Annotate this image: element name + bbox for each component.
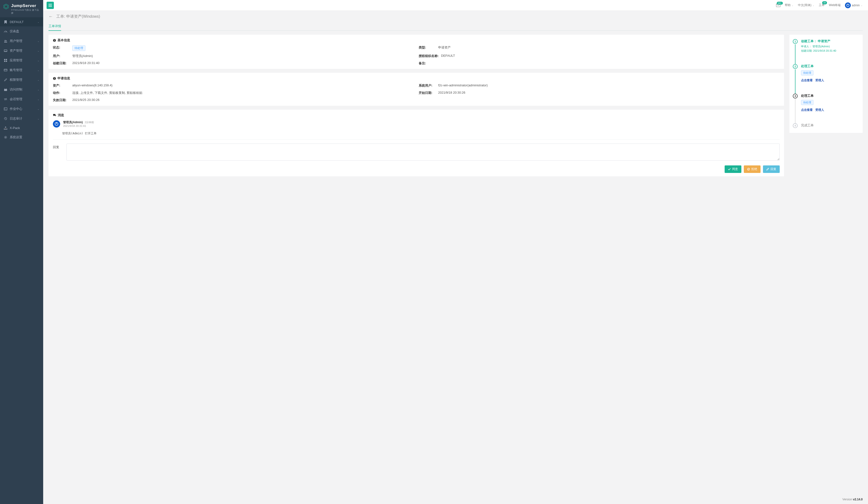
avatar xyxy=(845,2,851,8)
webterminal-link[interactable]: Web终端 xyxy=(829,3,840,7)
nav-users[interactable]: 用户管理 ⌄ xyxy=(0,36,43,46)
timeline-step-4: 4 完成工单 xyxy=(793,123,858,128)
nav-assets[interactable]: 资产管理 ⌄ xyxy=(0,46,43,55)
step-title: 完成工单 xyxy=(801,123,858,128)
svg-line-30 xyxy=(748,168,749,170)
nav-settings[interactable]: 系统设置 xyxy=(0,133,43,142)
nav: DEFAULT ⌄ 仪表盘 用户管理 ⌄ 资产管理 xyxy=(0,18,43,142)
svg-rect-6 xyxy=(4,59,5,60)
nav-settings-label: 系统设置 xyxy=(10,135,39,139)
nav-audits[interactable]: 日志审计 ⌄ xyxy=(0,114,43,124)
action-value: 连接, 上传文件, 下载文件, 剪贴板复制, 剪贴板粘贴 xyxy=(72,91,142,95)
svg-rect-8 xyxy=(4,61,5,62)
asset-value: aliyun-windows(8.140.159.4) xyxy=(72,83,112,88)
lang-label: 中文(简体) xyxy=(798,3,812,7)
power-icon xyxy=(54,122,59,126)
back-button[interactable]: ← xyxy=(49,14,53,19)
apps-icon xyxy=(4,59,7,62)
svg-rect-7 xyxy=(6,59,7,60)
step-assignee-link[interactable]: 受理人 xyxy=(815,108,824,112)
step-number: 1 xyxy=(793,39,798,44)
nav-accounts-label: 账号管理 xyxy=(10,68,37,72)
reject-button[interactable]: 拒绝 xyxy=(744,165,761,173)
dashboard-icon xyxy=(4,30,7,33)
brand-subtitle: FIT2CLOUD飞致云 旗下品牌 xyxy=(11,9,40,15)
step-assignee-link[interactable]: 受理人 xyxy=(815,78,824,82)
message-user: 管理员(Admin) xyxy=(63,120,83,124)
nav-ops-label: 作业中心 xyxy=(10,107,37,111)
svg-point-3 xyxy=(6,40,7,41)
action-label: 动作: xyxy=(53,91,72,95)
nav-ops[interactable]: 作业中心 ⌄ xyxy=(0,104,43,114)
webterminal-label: Web终端 xyxy=(829,3,840,7)
toggle-sidebar-button[interactable] xyxy=(46,2,54,9)
nav-accounts[interactable]: 账号管理 ⌄ xyxy=(0,65,43,75)
nav-dashboard-label: 仪表盘 xyxy=(10,29,39,33)
message-reltime: 2分钟前 xyxy=(85,120,94,124)
help-dropdown[interactable]: 帮助 ⌄ xyxy=(785,3,794,7)
reply-label: 回复 xyxy=(53,144,63,149)
tickets-link[interactable]: 工单 16 xyxy=(819,3,825,7)
start-value: 2021/9/18 20:30:26 xyxy=(438,91,465,95)
tab-detail[interactable]: 工单详情 xyxy=(49,22,61,31)
step-created: 创建日期: 2021/9/18 20:31:40 xyxy=(801,49,858,53)
nav-xpack-label: X-Pack xyxy=(10,126,39,130)
created-value: 2021/9/18 20:31:40 xyxy=(72,61,100,65)
sysuser-value: f2c-win-administrator(administrator) xyxy=(438,83,488,88)
reply-textarea[interactable] xyxy=(66,144,780,160)
basic-section-title: 基本信息 xyxy=(58,38,70,42)
user-dropdown[interactable]: admin ⌄ xyxy=(845,2,863,8)
exchange-icon xyxy=(4,98,7,101)
message-content: 管理员(Admin) 打开工单 xyxy=(62,132,780,136)
user-label: admin xyxy=(852,4,860,7)
chevron-down-icon: ⌄ xyxy=(813,4,814,7)
apply-section-title: 申请信息 xyxy=(58,76,70,81)
nav-perms-label: 权限管理 xyxy=(10,77,37,82)
type-label: 类型: xyxy=(419,45,438,51)
step-view-link[interactable]: 点击查看 xyxy=(801,108,813,112)
step-number: 2 xyxy=(793,64,798,69)
check-icon xyxy=(728,168,731,170)
timeline-step-1: 1 创建工单： 申请资产 申请人： 管理员(Admin) 创建日期: 2021/… xyxy=(793,39,858,64)
chevron-icon: ⌄ xyxy=(37,117,39,120)
sitemap-icon xyxy=(4,127,7,129)
sysuser-label: 系统用户: xyxy=(419,83,438,88)
pencil-icon xyxy=(766,168,769,170)
brand-title: JumpServer xyxy=(11,3,40,8)
status-label: 状态: xyxy=(53,45,72,51)
help-label: 帮助 xyxy=(785,3,790,7)
power-icon xyxy=(846,4,849,7)
gear-icon xyxy=(4,136,7,139)
approve-button[interactable]: 同意 xyxy=(725,165,741,173)
mail-badge: 99+ xyxy=(777,2,783,5)
nav-sessions-label: 会话管理 xyxy=(10,97,37,101)
card-messages: 消息 管理员(Admin) 2分钟前 2021/9 xyxy=(49,109,784,176)
bars-icon xyxy=(49,4,52,7)
expire-value: 2021/9/25 20:30:26 xyxy=(72,98,100,102)
step-applicant: 申请人： 管理员(Admin) xyxy=(801,44,858,49)
mail-button[interactable]: 99+ xyxy=(776,4,781,7)
chevron-icon: ⌄ xyxy=(37,88,39,91)
reply-button[interactable]: 回复 xyxy=(763,165,780,173)
nav-sessions[interactable]: 会话管理 ⌄ xyxy=(0,94,43,104)
nav-org-selector[interactable]: DEFAULT ⌄ xyxy=(0,18,43,27)
expire-label: 失效日期: xyxy=(53,98,72,102)
nav-perms[interactable]: 权限管理 ⌄ xyxy=(0,75,43,85)
svg-marker-1 xyxy=(4,5,8,8)
step-title: 处理工单 xyxy=(801,94,858,98)
lang-dropdown[interactable]: 中文(简体) ⌄ xyxy=(798,3,814,7)
bookmark-icon xyxy=(4,20,7,24)
nav-acl[interactable]: 访问控制 ⌄ xyxy=(0,85,43,94)
nav-dashboard[interactable]: 仪表盘 xyxy=(0,27,43,36)
svg-rect-13 xyxy=(5,127,6,127)
step-title: 处理工单 xyxy=(801,64,858,69)
card-basic-info: 基本信息 状态: 待处理 类型: 申请资产 xyxy=(49,35,784,69)
info-icon xyxy=(53,77,56,80)
info-icon xyxy=(53,39,56,42)
nav-apps[interactable]: 应用管理 ⌄ xyxy=(0,55,43,65)
page-header: ← 工单: 申请资产(Windows) xyxy=(49,14,863,19)
step-view-link[interactable]: 点击查看 xyxy=(801,78,813,82)
version-label: Version xyxy=(843,498,852,501)
nav-xpack[interactable]: X-Pack xyxy=(0,124,43,133)
assets-icon xyxy=(4,49,7,52)
